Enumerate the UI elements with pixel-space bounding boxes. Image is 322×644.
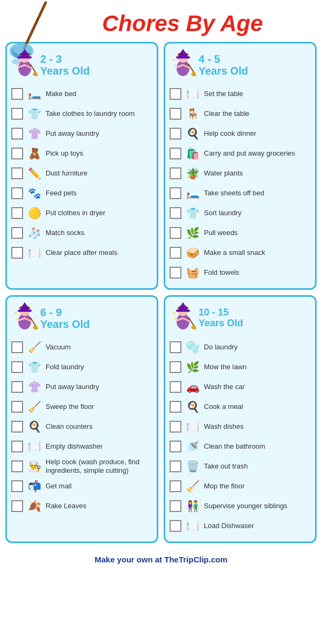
chore-checkbox[interactable] [170,247,181,259]
chore-icon: 🧹 [26,339,42,355]
svg-text:✦: ✦ [172,311,176,316]
chore-text: Vacuum [46,343,71,352]
chore-checkbox[interactable] [11,88,23,100]
chore-icon: ✏️ [26,165,42,181]
chore-text: Put clothes in dryer [46,209,105,217]
chore-checkbox[interactable] [170,167,181,179]
chore-checkbox[interactable] [11,187,23,199]
chore-item: 🛏️Make bed [11,85,152,103]
chore-checkbox[interactable] [170,207,181,219]
chore-icon: 🧺 [185,265,201,281]
chore-item: 🚿Clean the bathroom [170,438,311,455]
witch-icon: ✦ ✦ [170,301,196,335]
chore-checkbox[interactable] [170,460,181,472]
chore-item: 🧹Sweep the floor [11,398,152,415]
chore-checkbox[interactable] [170,480,181,492]
chore-checkbox[interactable] [11,401,23,413]
chore-item: 🌿Pull weeds [170,224,311,241]
age-header: ✦ ✦ 10 - 15Years Old [170,301,311,335]
chore-icon: 🧹 [185,478,201,494]
chore-item: 👫Supervise younger siblings [170,497,311,515]
chore-text: Make bed [46,90,76,98]
chore-icon: 🛏️ [26,86,42,102]
chore-item: 👚Put away laundry [11,125,152,142]
chore-checkbox[interactable] [11,361,23,373]
chore-checkbox[interactable] [170,88,181,100]
chore-checkbox[interactable] [11,207,23,219]
age-header: ✦ ✦ 6 - 9Years Old [11,301,152,335]
chore-item: 🧺Fold towels [170,264,311,281]
age-header: ✦ ✦ 4 - 5Years Old [170,48,311,82]
chore-checkbox[interactable] [11,148,23,159]
chore-checkbox[interactable] [11,167,23,179]
chore-checkbox[interactable] [11,500,23,512]
chore-text: Take sheets off bed [204,189,265,197]
chore-checkbox[interactable] [170,227,181,239]
chore-checkbox[interactable] [11,381,23,393]
chore-item: 👕Take clothes to laundry room [11,105,152,122]
svg-rect-16 [176,56,190,58]
chore-icon: 👕 [26,359,42,375]
chore-icon: 🌿 [185,225,201,241]
chore-item: 👕Sort laundry [170,204,311,222]
chore-text: Clear the table [204,109,250,118]
chore-checkbox[interactable] [11,480,23,492]
chore-checkbox[interactable] [170,520,181,532]
chore-icon: 🪴 [185,165,201,181]
chore-icon: 🍳 [26,419,42,435]
chore-item: 🍽️Clear place after meals [11,244,152,261]
chore-checkbox[interactable] [11,441,23,452]
chore-checkbox[interactable] [11,341,23,353]
chore-checkbox[interactable] [170,187,181,199]
chore-checkbox[interactable] [11,128,23,140]
chore-checkbox[interactable] [170,267,181,279]
chore-text: Water plants [204,169,243,178]
chore-item: 🍳Cook a meal [170,398,311,415]
chore-checkbox[interactable] [11,108,23,120]
chore-text: Mow the lawn [204,363,246,371]
chore-text: Put away laundry [46,383,99,391]
chore-icon: 🛏️ [185,185,201,201]
chore-text: Wash the car [204,383,245,391]
chore-checkbox[interactable] [170,421,181,433]
chore-checkbox[interactable] [170,500,181,512]
chore-icon: 🥪 [185,245,201,261]
chore-item: 🪴Water plants [170,165,311,182]
chore-item: 🍽️Empty dishwasher [11,438,152,455]
chore-icon: 👨‍🍳 [26,458,42,474]
chore-text: Rake Leaves [46,502,86,510]
chore-item: 🟡Put clothes in dryer [11,204,152,222]
chore-checkbox[interactable] [170,361,181,373]
chore-text: Empty dishwasher [46,442,103,451]
chore-checkbox[interactable] [11,460,23,472]
chore-checkbox[interactable] [11,421,23,433]
chore-item: 🍳Clean counters [11,418,152,435]
chore-text: Carry and put away groceries [204,149,295,158]
chore-icon: 🐾 [26,185,42,201]
chore-checkbox[interactable] [170,148,181,159]
chore-text: Take out trash [204,462,248,471]
chore-checkbox[interactable] [170,341,181,353]
chore-checkbox[interactable] [11,247,23,259]
section-age-10-15: ✦ ✦ 10 - 15Years Old🫧Do laundry🌿Mow the … [164,295,317,543]
chore-icon: 🍽️ [26,438,42,455]
svg-rect-34 [176,310,190,312]
chore-text: Wash dishes [204,422,244,431]
chore-icon: 👫 [185,498,201,514]
chore-checkbox[interactable] [170,128,181,140]
chore-icon: 🍳 [185,399,201,415]
chore-checkbox[interactable] [170,381,181,393]
chore-list: 🍽️Set the table🪑Clear the table🍳Help coo… [170,85,311,281]
chore-icon: 🚗 [185,379,201,395]
chore-checkbox[interactable] [11,227,23,239]
chore-text: Dust furniture [46,169,87,178]
chore-text: Load Dishwaser [204,522,254,530]
chore-item: ✏️Dust furniture [11,165,152,182]
chore-checkbox[interactable] [170,401,181,413]
chore-item: 🛏️Take sheets off bed [170,185,311,202]
chore-checkbox[interactable] [170,108,181,120]
chore-text: Fold laundry [46,363,84,371]
chore-icon: 🍽️ [185,518,201,534]
chore-checkbox[interactable] [170,441,181,452]
age-header: ✦ ✦ 2 - 3Years Old [11,48,152,82]
